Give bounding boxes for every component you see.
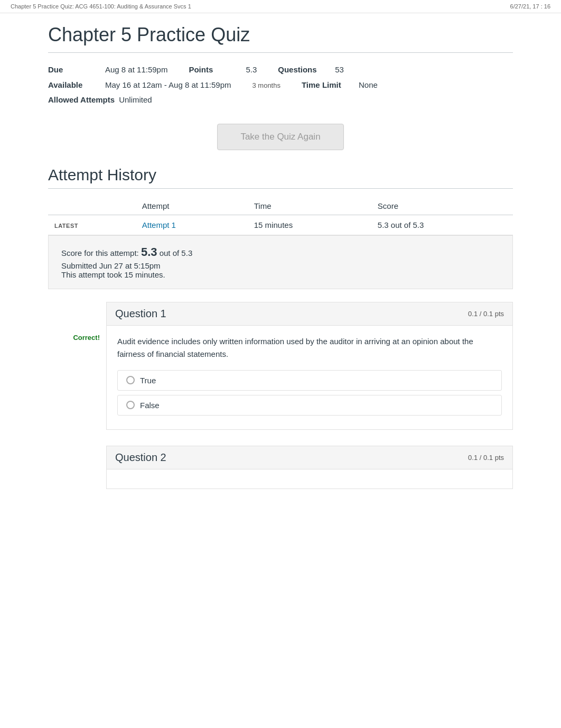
breadcrumb: Chapter 5 Practice Quiz: ACG 4651-100: A… (11, 3, 191, 10)
questions-area: Correct! Question 1 0.1 / 0.1 pts Audit … (48, 302, 513, 489)
score-cell: 5.3 out of 5.3 (371, 215, 513, 235)
score-number: 5.3 (141, 245, 157, 259)
option-label: False (140, 401, 160, 410)
question-wrapper: Correct! Question 1 0.1 / 0.1 pts Audit … (48, 302, 513, 430)
question-pts: 0.1 / 0.1 pts (468, 454, 504, 462)
meta-row-3: Allowed Attempts Unlimited (48, 93, 513, 108)
top-bar: Chapter 5 Practice Quiz: ACG 4651-100: A… (0, 0, 561, 13)
questions-value: 53 (335, 62, 344, 78)
question-number: Question 1 (115, 308, 166, 320)
time-limit-label: Time Limit (302, 78, 354, 93)
answer-option[interactable]: True (117, 370, 502, 391)
submitted-line: Submitted Jun 27 at 5:15pm (61, 261, 500, 270)
take-quiz-button[interactable]: Take the Quiz Again (217, 124, 344, 150)
attempt-history-table: Attempt Time Score LATEST Attempt 1 15 m… (48, 197, 513, 235)
question-number: Question 2 (115, 451, 166, 464)
datetime: 6/27/21, 17 : 16 (510, 3, 550, 10)
attempt-link[interactable]: Attempt 1 (142, 220, 176, 229)
questions-label: Questions (278, 62, 331, 78)
question-body (106, 469, 513, 489)
score-label: Score for this attempt: (61, 248, 139, 257)
time-cell: 15 minutes (248, 215, 371, 235)
score-out-of: out of 5.3 (160, 248, 193, 257)
score-detail-box: Score for this attempt: 5.3 out of 5.3 S… (48, 235, 513, 289)
col-time: Time (248, 197, 371, 215)
meta-row-2: Available May 16 at 12am - Aug 8 at 11:5… (48, 78, 513, 93)
correct-label (48, 446, 106, 477)
question-text: Audit evidence includes only written inf… (117, 335, 502, 361)
available-label: Available (48, 78, 101, 93)
time-taken-line: This attempt took 15 minutes. (61, 270, 500, 279)
attempt-link-cell[interactable]: Attempt 1 (136, 215, 248, 235)
time-limit-value: None (359, 78, 378, 93)
correct-label: Correct! (48, 302, 106, 342)
page-title: Chapter 5 Practice Quiz (48, 24, 513, 53)
months-badge: 3 months (252, 79, 280, 93)
option-label: True (140, 376, 156, 385)
meta-row-1: Due Aug 8 at 11:59pm Points 5.3 Question… (48, 62, 513, 78)
question-pts: 0.1 / 0.1 pts (468, 310, 504, 318)
radio-button[interactable] (126, 401, 135, 409)
main-content: Chapter 5 Practice Quiz Due Aug 8 at 11:… (32, 13, 529, 515)
score-line: Score for this attempt: 5.3 out of 5.3 (61, 245, 500, 259)
question-wrapper: Question 2 0.1 / 0.1 pts (48, 446, 513, 489)
radio-button[interactable] (126, 376, 135, 384)
attempt-history-title: Attempt History (48, 166, 513, 189)
col-attempt: Attempt (136, 197, 248, 215)
question-header: Question 1 0.1 / 0.1 pts (106, 302, 513, 326)
points-value: 5.3 (246, 62, 257, 78)
col-empty (48, 197, 136, 215)
col-score: Score (371, 197, 513, 215)
quiz-meta: Due Aug 8 at 11:59pm Points 5.3 Question… (48, 62, 513, 108)
available-value: May 16 at 12am - Aug 8 at 11:59pm (105, 78, 231, 93)
question-body: Audit evidence includes only written inf… (106, 326, 513, 430)
due-label: Due (48, 62, 101, 78)
answer-option[interactable]: False (117, 395, 502, 416)
table-row: LATEST Attempt 1 15 minutes 5.3 out of 5… (48, 215, 513, 235)
question-header: Question 2 0.1 / 0.1 pts (106, 446, 513, 469)
latest-label: LATEST (48, 215, 136, 235)
question-content: Question 2 0.1 / 0.1 pts (106, 446, 513, 489)
allowed-attempts-value: Unlimited (119, 93, 152, 108)
points-label: Points (189, 62, 241, 78)
due-value: Aug 8 at 11:59pm (105, 62, 167, 78)
allowed-attempts-label: Allowed Attempts (48, 93, 115, 108)
question-content: Question 1 0.1 / 0.1 pts Audit evidence … (106, 302, 513, 430)
